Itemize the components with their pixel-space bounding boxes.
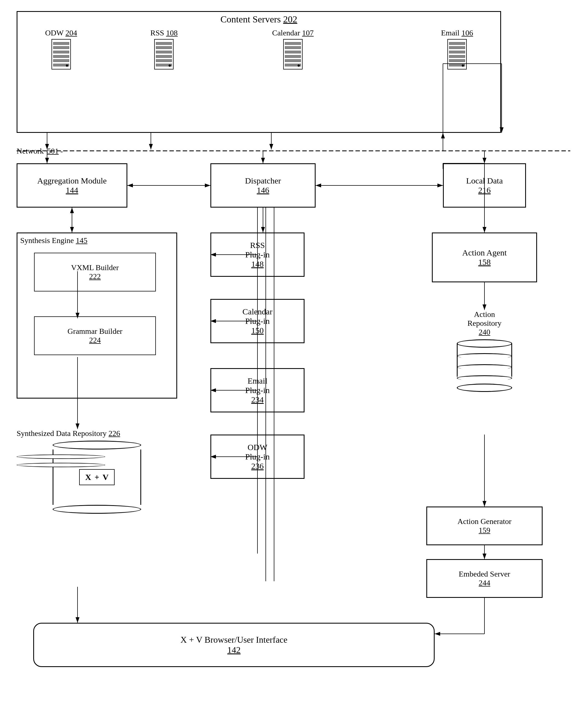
grammar-builder-label: Grammar Builder 224 (67, 327, 122, 345)
rss-server-icon (154, 39, 173, 69)
v-label: V (103, 472, 109, 482)
grammar-builder-box: Grammar Builder 224 (34, 316, 156, 355)
calendar-server: Calendar 107 (272, 28, 314, 69)
calendar-label: Calendar 107 (272, 28, 314, 37)
aggregation-module-box: Aggregation Module 144 (17, 163, 127, 208)
odw-plugin-box: ODW Plug-in 236 (210, 434, 304, 479)
synth-data-repo-area: Synthesized Data Repository 226 X + V (17, 429, 177, 514)
rss-label: RSS 108 (150, 28, 178, 37)
dispatcher-box: Dispatcher 146 (210, 163, 316, 208)
odw-server-icon (51, 39, 71, 69)
vxml-builder-box: VXML Builder 222 (34, 253, 156, 292)
rss-plugin-box: RSS Plug-in 148 (210, 233, 304, 277)
email-plugin-label: Email Plug-in 234 (245, 376, 270, 404)
action-repository-area: Action Repository 240 (430, 310, 539, 392)
email-label: Email 106 (441, 28, 473, 37)
embedded-server-label: Embeded Server 244 (459, 570, 510, 587)
action-agent-box: Action Agent 158 (432, 233, 537, 282)
vxml-builder-label: VXML Builder 222 (71, 263, 119, 281)
odw-label: ODW 204 (45, 28, 77, 37)
synthesis-engine-box: Synthesis Engine 145 VXML Builder 222 Gr… (17, 233, 177, 399)
calendar-plugin-box: Calendar Plug-in 150 (210, 299, 304, 343)
rss-server: RSS 108 (150, 28, 178, 69)
calendar-server-icon (283, 39, 302, 69)
browser-ui-label: X + V Browser/User Interface 142 (181, 635, 288, 655)
diagram-container: Content Servers 202 ODW 204 RSS 108 (0, 0, 588, 726)
rss-plugin-label: RSS Plug-in 148 (245, 240, 270, 269)
email-server: Email 106 (441, 28, 473, 69)
action-generator-box: Action Generator 159 (426, 507, 543, 545)
synth-data-repo-label: Synthesized Data Repository 226 (17, 429, 177, 438)
email-plugin-box: Email Plug-in 234 (210, 368, 304, 412)
content-servers-title: Content Servers 202 (17, 14, 500, 25)
action-generator-label: Action Generator 159 (457, 517, 511, 535)
embedded-server-box: Embeded Server 244 (426, 559, 543, 598)
content-servers-box: Content Servers 202 ODW 204 RSS 108 (17, 11, 501, 133)
local-data-label: Local Data 216 (466, 176, 503, 195)
odw-server: ODW 204 (45, 28, 77, 69)
network-label: Network 501 - (17, 147, 63, 155)
local-data-box: Local Data 216 (443, 163, 526, 208)
aggregation-module-label: Aggregation Module 144 (37, 176, 107, 195)
action-repository-label: Action Repository 240 (430, 310, 539, 337)
calendar-plugin-label: Calendar Plug-in 150 (243, 307, 272, 335)
odw-plugin-label: ODW Plug-in 236 (245, 443, 270, 471)
dispatcher-label: Dispatcher 146 (245, 176, 281, 195)
x-label: X (85, 472, 91, 482)
browser-ui-box: X + V Browser/User Interface 142 (33, 623, 435, 667)
plus-label: + (94, 472, 99, 482)
action-agent-label: Action Agent 158 (462, 248, 507, 267)
email-server-icon (447, 39, 467, 69)
synthesis-engine-label: Synthesis Engine 145 (20, 236, 87, 245)
